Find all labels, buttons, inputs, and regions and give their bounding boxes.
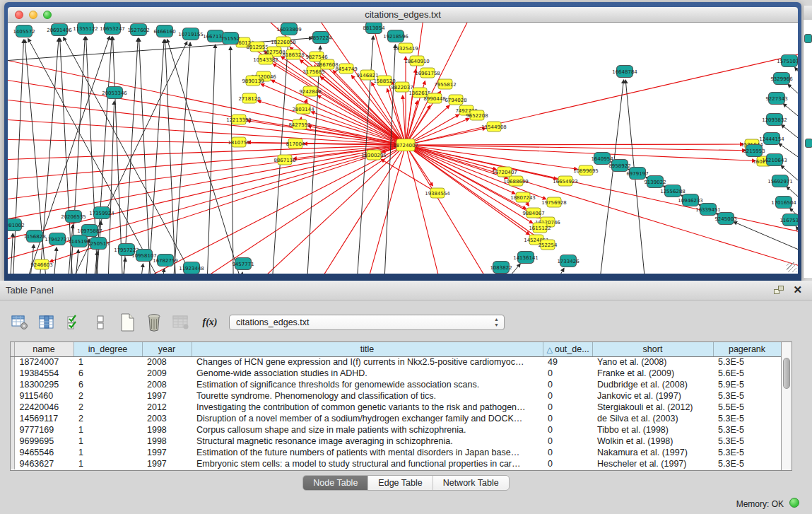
graph-node-yellow[interactable]: 9246603 <box>30 259 52 269</box>
graph-node-yellow[interactable]: 11544908 <box>481 122 507 132</box>
graph-edge[interactable] <box>406 69 416 145</box>
table-cell[interactable]: 0 <box>543 402 592 413</box>
table-cell[interactable]: Franke et al. (2009) <box>592 368 713 379</box>
table-cell[interactable]: 5.5E-5 <box>713 402 781 413</box>
table-row[interactable]: 969969511998Structural magnetic resonanc… <box>11 436 781 447</box>
table-cell[interactable]: 9115460 <box>14 390 73 402</box>
close-panel-icon[interactable]: ✕ <box>793 284 802 296</box>
graph-edge[interactable] <box>406 101 418 145</box>
table-cell[interactable]: Changes of HCN gene expression and I(f) … <box>192 356 543 368</box>
table-cell[interactable]: 0 <box>543 390 592 402</box>
graph-node-teal[interactable]: 10653247 <box>100 23 125 35</box>
graph-edge[interactable] <box>139 38 153 274</box>
table-cell[interactable]: Structural magnetic resonance image aver… <box>192 436 543 447</box>
column-header-name[interactable]: name <box>14 342 73 356</box>
table-cell[interactable]: 5.3E-5 <box>713 356 781 368</box>
table-cell[interactable]: 18300295 <box>14 379 73 390</box>
table-cell[interactable]: 5.3E-5 <box>713 436 781 447</box>
column-header-short[interactable]: short <box>592 342 713 356</box>
column-header-out_de[interactable]: △out_de... <box>543 342 592 356</box>
network-canvas[interactable]: 1872400786601238912955182260589827508818… <box>8 23 798 274</box>
table-cell[interactable]: Corpus callosum shape and size in male p… <box>192 424 543 436</box>
table-cell[interactable]: 5.9E-5 <box>713 379 781 390</box>
table-cell[interactable]: 9777169 <box>14 424 73 436</box>
graph-node-yellow[interactable]: 9884067 <box>522 208 544 218</box>
graph-edge[interactable] <box>135 264 143 274</box>
table-mode-icon[interactable] <box>10 313 30 332</box>
graph-node-teal[interactable]: 8958922 <box>608 160 630 172</box>
select-all-columns-icon[interactable] <box>64 313 83 332</box>
table-cell[interactable]: 1 <box>73 458 142 469</box>
table-cell[interactable]: Stergiakouli et al. (2012) <box>592 402 713 413</box>
table-cell[interactable]: 0 <box>543 436 592 447</box>
table-cell[interactable]: 0 <box>543 447 592 458</box>
graph-node-yellow[interactable]: 16654923 <box>553 176 578 186</box>
graph-node-yellow[interactable]: 19384554 <box>425 188 450 198</box>
table-row[interactable]: 946554611997Estimation of the future num… <box>11 447 781 458</box>
table-cell[interactable]: de Silva et al. (2003) <box>592 413 713 424</box>
table-cell[interactable]: 1 <box>73 447 142 458</box>
float-panel-icon[interactable] <box>774 286 784 294</box>
graph-edge[interactable] <box>796 226 798 249</box>
graph-node-teal[interactable]: 751552 <box>221 33 240 45</box>
table-cell[interactable]: 5.3E-5 <box>713 447 781 458</box>
column-header-pagerank[interactable]: pagerank <box>713 342 781 356</box>
tab-edge-table[interactable]: Edge Table <box>367 476 432 490</box>
graph-node-yellow[interactable]: 8186328 <box>282 49 304 59</box>
graph-node-teal[interactable]: 17942737 <box>45 233 70 245</box>
table-cell[interactable]: 2 <box>73 402 142 413</box>
table-cell[interactable]: 19384554 <box>14 368 73 379</box>
graph-node-teal[interactable]: 1527602 <box>127 24 149 36</box>
table-cell[interactable]: 5.3E-5 <box>713 413 781 424</box>
table-cell[interactable]: 9699695 <box>14 436 73 447</box>
graph-node-teal[interactable]: 17016504 <box>771 197 796 209</box>
table-cell[interactable]: 1997 <box>142 458 192 469</box>
table-row[interactable]: 1456911722003Disruption of a novel membe… <box>11 413 781 424</box>
graph-node-teal[interactable]: 1156828 <box>23 230 45 243</box>
graph-edge[interactable] <box>25 245 34 274</box>
graph-node-yellow[interactable]: 18640910 <box>404 56 430 66</box>
column-header-year[interactable]: year <box>142 342 192 356</box>
graph-edge[interactable] <box>531 268 564 274</box>
graph-node-teal[interactable]: 11355122 <box>73 23 98 35</box>
graph-node-teal[interactable]: 10719155 <box>178 28 204 40</box>
table-cell[interactable]: 9463627 <box>14 458 73 469</box>
graph-node-teal[interactable]: 9227343 <box>765 93 787 105</box>
graph-node-teal[interactable]: 19218596 <box>383 30 408 42</box>
network-window[interactable]: citations_edges.txt 18724007866012389129… <box>4 2 801 281</box>
network-window-titlebar[interactable]: citations_edges.txt <box>8 7 798 23</box>
table-cell[interactable]: 2003 <box>142 413 192 424</box>
table-cell[interactable]: 1997 <box>142 447 192 458</box>
graph-node-teal[interactable]: 14136141 <box>513 252 539 264</box>
graph-node-teal[interactable]: 12444154 <box>759 133 784 145</box>
memory-ok-icon[interactable] <box>789 498 799 508</box>
graph-edge[interactable] <box>795 67 798 90</box>
graph-edge[interactable] <box>8 145 406 267</box>
graph-edge[interactable] <box>406 119 469 145</box>
graph-node-teal[interactable]: 1167533 <box>779 214 798 226</box>
table-cell[interactable]: Estimation of the future numbers of pati… <box>192 447 543 458</box>
graph-node-teal[interactable]: 20206535 <box>61 211 86 223</box>
graph-edge[interactable] <box>594 80 624 274</box>
table-cell[interactable]: Yano et al. (2008) <box>592 356 713 368</box>
graph-node-yellow[interactable]: 18325419 <box>393 43 418 53</box>
graph-edge[interactable] <box>783 104 798 129</box>
table-cell[interactable]: Hescheler et al. (1997) <box>592 458 713 469</box>
table-cell[interactable]: Tibbo et al. (1998) <box>592 424 713 436</box>
delete-column-icon[interactable] <box>144 313 164 332</box>
graph-node-yellow[interactable]: 817004 <box>286 139 305 148</box>
graph-node-teal[interactable]: 12093832 <box>762 114 787 126</box>
tab-node-table[interactable]: Node Table <box>303 476 367 490</box>
vertical-scrollbar[interactable] <box>781 342 792 470</box>
graph-node-yellow[interactable]: 10899695 <box>573 165 599 175</box>
graph-edge[interactable] <box>234 145 406 274</box>
graph-edge[interactable] <box>271 80 406 145</box>
graph-node-teal[interactable]: 7857224 <box>310 32 332 44</box>
graph-node-teal[interactable]: 15751074 <box>777 55 798 67</box>
table-cell[interactable]: Tourette syndrome. Phenomenology and cla… <box>192 390 543 402</box>
table-cell[interactable]: Disruption of a novel member of a sodium… <box>192 413 543 424</box>
table-cell[interactable]: 6 <box>73 379 142 390</box>
column-header-title[interactable]: title <box>192 342 543 356</box>
graph-node-teal[interactable]: 15692971 <box>767 175 793 187</box>
table-row[interactable]: 1938455462009Genome-wide association stu… <box>11 368 781 379</box>
